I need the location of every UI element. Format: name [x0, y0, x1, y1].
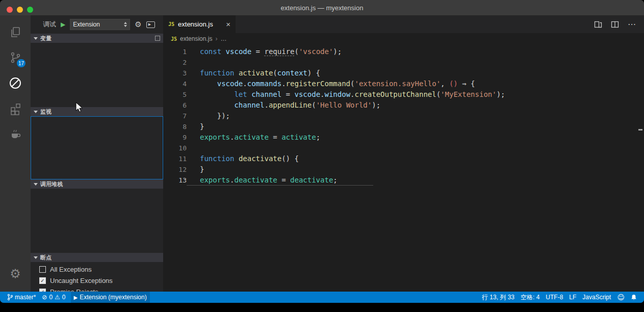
- code-token: context: [277, 69, 307, 77]
- cursor-position-item[interactable]: 行 13, 列 33: [479, 292, 518, 303]
- bell-icon: [631, 294, 637, 301]
- line-content[interactable]: exports.activate = activate;: [187, 132, 320, 143]
- callstack-body[interactable]: [31, 189, 163, 253]
- code-line[interactable]: 4 vscode.commands.registerCommand('exten…: [163, 79, 644, 89]
- line-number[interactable]: 6: [163, 100, 187, 111]
- code-line[interactable]: 7 });: [163, 111, 644, 121]
- feedback-item[interactable]: ☺: [614, 292, 628, 303]
- code-line[interactable]: 9exports.activate = activate;: [163, 132, 644, 143]
- line-content[interactable]: }: [187, 164, 204, 175]
- line-content[interactable]: function activate(context) {: [187, 68, 320, 79]
- code-line[interactable]: 5 let channel = vscode.window.createOutp…: [163, 89, 644, 100]
- code-area[interactable]: 1const vscode = require('vscode');23func…: [163, 44, 644, 292]
- indentation-item[interactable]: 空格: 4: [518, 292, 543, 303]
- code-token: const: [200, 47, 221, 56]
- section-variables[interactable]: 变量: [31, 34, 163, 43]
- debug-console-icon[interactable]: ▶: [146, 21, 155, 28]
- tab-close-icon[interactable]: ×: [226, 20, 230, 29]
- encoding-item[interactable]: UTF-8: [543, 292, 566, 303]
- breakpoint-item[interactable]: ✓Promise Rejects: [31, 286, 163, 292]
- debug-config-dropdown[interactable]: Extension: [70, 19, 130, 30]
- line-content[interactable]: const vscode = require('vscode');: [187, 46, 342, 57]
- settings-gear-button[interactable]: ⚙: [0, 261, 31, 287]
- eol-item[interactable]: LF: [566, 292, 579, 303]
- code-token: vscode: [226, 47, 252, 56]
- split-editor-icon[interactable]: [611, 20, 619, 29]
- section-breakpoints[interactable]: 断点: [31, 253, 163, 262]
- title-bar: extension.js — myextension: [0, 0, 644, 15]
- line-content[interactable]: });: [187, 111, 230, 121]
- code-token: [200, 80, 217, 88]
- breadcrumb-file[interactable]: extension.js: [180, 35, 212, 42]
- problems-item[interactable]: ⊘ 0 ⚠ 0: [39, 292, 68, 303]
- breakpoint-item[interactable]: ✓Uncaught Exceptions: [31, 275, 163, 286]
- line-content[interactable]: vscode.commands.registerCommand('extensi…: [187, 79, 475, 89]
- open-changes-icon[interactable]: [594, 20, 602, 29]
- eol-label: LF: [569, 294, 576, 301]
- breakpoints-list: All Exceptions✓Uncaught Exceptions✓Promi…: [31, 262, 163, 292]
- line-number[interactable]: 10: [163, 143, 187, 153]
- section-callstack[interactable]: 调用堆栈: [31, 179, 163, 189]
- line-number[interactable]: 2: [163, 57, 187, 68]
- line-number[interactable]: 7: [163, 111, 187, 121]
- more-actions-icon[interactable]: ⋯: [628, 19, 636, 29]
- code-line[interactable]: 2: [163, 57, 644, 68]
- status-bar: master* ⊘ 0 ⚠ 0 ▶ Extension (myextension…: [0, 292, 644, 303]
- line-content[interactable]: function deactivate() {: [187, 153, 299, 164]
- line-content[interactable]: }: [187, 121, 204, 132]
- activitybar-cup-extension[interactable]: [0, 121, 31, 147]
- variables-action-icon[interactable]: [155, 36, 160, 41]
- debug-config-value: Extension: [73, 21, 100, 28]
- code-token: [234, 69, 238, 77]
- breakpoint-checkbox[interactable]: [39, 266, 46, 273]
- encoding-label: UTF-8: [546, 294, 563, 301]
- line-number[interactable]: 8: [163, 121, 187, 132]
- minimize-window-button[interactable]: [17, 7, 23, 13]
- breadcrumb-symbol[interactable]: …: [220, 35, 226, 42]
- scm-badge: 17: [17, 59, 25, 67]
- breakpoint-checkbox[interactable]: ✓: [39, 277, 46, 284]
- watch-body[interactable]: [31, 116, 163, 179]
- vscode-window: extension.js — myextension 17: [0, 0, 644, 303]
- code-token: .: [264, 101, 268, 109]
- line-number[interactable]: 1: [163, 46, 187, 57]
- line-content[interactable]: channel.appendLine('Hello World');: [187, 100, 380, 111]
- line-number[interactable]: 9: [163, 132, 187, 143]
- line-number[interactable]: 13: [163, 175, 187, 186]
- code-line[interactable]: 11function deactivate() {: [163, 153, 644, 164]
- line-content[interactable]: let channel = vscode.window.createOutput…: [187, 89, 505, 100]
- activitybar-debug[interactable]: [0, 70, 31, 96]
- activitybar-extensions[interactable]: [0, 96, 31, 121]
- language-mode-item[interactable]: JavaScript: [579, 292, 614, 303]
- activitybar-explorer[interactable]: [0, 19, 31, 45]
- tab-extension-js[interactable]: JS extension.js ×: [163, 15, 236, 33]
- variables-body[interactable]: [31, 43, 163, 107]
- start-debug-button[interactable]: ▶: [61, 21, 65, 28]
- code-token: 'Hello World': [316, 101, 372, 109]
- line-content[interactable]: [187, 143, 200, 153]
- code-line[interactable]: 3function activate(context) {: [163, 68, 644, 79]
- code-line[interactable]: 8}: [163, 121, 644, 132]
- section-watch[interactable]: 监视: [31, 107, 163, 116]
- breakpoint-item[interactable]: All Exceptions: [31, 264, 163, 275]
- activitybar-source-control[interactable]: 17: [0, 45, 31, 70]
- line-number[interactable]: 4: [163, 79, 187, 89]
- line-number[interactable]: 5: [163, 89, 187, 100]
- git-branch-item[interactable]: master*: [4, 292, 39, 303]
- notifications-item[interactable]: [628, 292, 640, 303]
- code-token: =: [251, 47, 264, 56]
- line-content[interactable]: exports.deactivate = deactivate;: [187, 175, 373, 186]
- line-number[interactable]: 11: [163, 153, 187, 164]
- line-number[interactable]: 3: [163, 68, 187, 79]
- code-line[interactable]: 6 channel.appendLine('Hello World');: [163, 100, 644, 111]
- line-number[interactable]: 12: [163, 164, 187, 175]
- line-content[interactable]: [187, 57, 200, 68]
- code-line[interactable]: 12}: [163, 164, 644, 175]
- code-line[interactable]: 1const vscode = require('vscode');: [163, 46, 644, 57]
- code-line[interactable]: 10: [163, 143, 644, 153]
- close-window-button[interactable]: [7, 7, 13, 13]
- code-line[interactable]: 13exports.deactivate = deactivate;: [163, 175, 644, 186]
- configure-gear-icon[interactable]: ⚙: [135, 20, 141, 29]
- maximize-window-button[interactable]: [27, 7, 33, 13]
- debug-target-item[interactable]: ▶ Extension (myextension): [71, 292, 150, 303]
